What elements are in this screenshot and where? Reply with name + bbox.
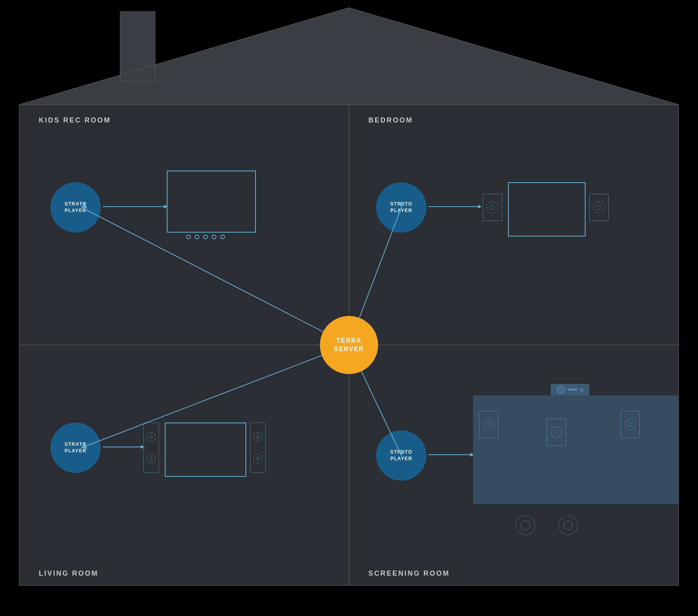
screening-right-speaker [620, 411, 640, 438]
screening-left-speaker [479, 411, 498, 438]
bedroom-arrow-to-speaker [428, 206, 479, 207]
screening-room-arrow [428, 454, 471, 455]
living-room: LIVING ROOM STRATO PLAYER [19, 345, 349, 585]
terra-server: TERRA SERVER [320, 316, 378, 374]
living-room-arrow-to-speaker [103, 447, 142, 447]
screening-sub2 [558, 516, 578, 535]
living-room-left-speaker [143, 423, 159, 473]
kids-tv [167, 171, 256, 233]
terra-server-label-line1: TERRA [336, 336, 361, 345]
screening-room-strato-player: STRATO PLAYER [376, 430, 427, 481]
living-room-strato-player: STRATO PLAYER [50, 423, 101, 473]
screening-sub1 [516, 516, 535, 535]
projector: ||| [551, 384, 589, 395]
kids-rec-room: KIDS REC ROOM STRATO PLAYER [19, 105, 349, 345]
bedroom-right-speaker [589, 194, 609, 221]
screening-room-label: SCREENING ROOM [368, 569, 450, 578]
kids-rec-room-title: KIDS REC ROOM [39, 116, 111, 124]
kids-arrow-to-tv [103, 206, 165, 207]
bedroom-strato-player: STRATO PLAYER [376, 182, 427, 233]
house-container: KIDS REC ROOM STRATO PLAYER BEDROOM [0, 0, 698, 616]
bedroom-title: BEDROOM [368, 116, 413, 124]
bedroom-tv [508, 182, 586, 236]
kids-strato-player: STRATO PLAYER [50, 182, 101, 233]
bedroom-left-speaker [483, 194, 502, 221]
screening-room-bg [473, 395, 679, 504]
living-room-tv [165, 423, 246, 477]
kids-tv-stand [186, 235, 225, 239]
svg-rect-2 [120, 12, 155, 81]
bedroom: BEDROOM STRATO PLAYER [349, 105, 698, 345]
living-room-label: LIVING ROOM [39, 569, 98, 578]
screening-room: SCREENING ROOM STRATO PLAYER ||| [349, 345, 698, 585]
screening-center-speaker [547, 419, 566, 446]
living-room-right-speaker [250, 423, 266, 473]
terra-server-label-line2: SERVER [334, 345, 364, 354]
